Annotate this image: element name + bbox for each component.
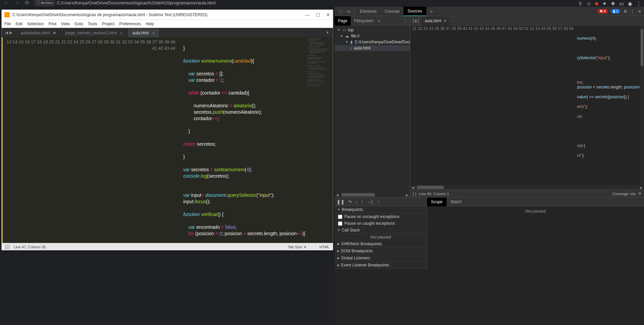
gear-icon[interactable]: ⚙ (624, 9, 627, 14)
star-icon[interactable]: ☆ (587, 1, 591, 7)
subtab-menu-icon[interactable]: ⋮ (400, 19, 410, 23)
subtab-filesystem[interactable]: Filesystem (351, 16, 377, 26)
devtools-close-icon[interactable]: ✕ (638, 9, 641, 14)
back-icon[interactable]: ← (3, 0, 9, 6)
close-icon[interactable]: × (152, 31, 155, 36)
code-content[interactable]: } function sortearnumero(cantidad){ var … (178, 37, 305, 243)
tab-sources[interactable]: Sources (403, 7, 426, 16)
dom-bp-header[interactable]: ▶DOM Breakpoints (335, 248, 427, 255)
svg-rect-23 (307, 81, 326, 81)
editor-tab[interactable]: juego_secreto_version2.html× (60, 29, 128, 37)
subtab-more-icon[interactable]: » (378, 19, 380, 23)
svg-rect-19 (307, 74, 323, 74)
scope-body: Not paused (427, 206, 644, 269)
menu-view[interactable]: View (61, 22, 70, 26)
menu-file[interactable]: File (4, 22, 11, 26)
line-gutter: 13 14 15 16 17 18 19 20 21 22 23 24 25 2… (2, 37, 178, 243)
svg-rect-8 (309, 51, 326, 52)
svg-rect-22 (307, 80, 319, 80)
menu-help[interactable]: Help (146, 22, 154, 26)
file-tree[interactable]: ▼▭top ▼☁file:// ▼▮C:/Users/Kenya/OneDriv… (335, 26, 410, 52)
menu-selection[interactable]: Selection (27, 22, 44, 26)
tree-scheme[interactable]: ▼☁file:// (335, 33, 410, 39)
minimize-icon[interactable]: — (305, 12, 310, 17)
pause-uncaught-checkbox[interactable]: Pause on uncaught exceptions (335, 213, 427, 220)
tree-top[interactable]: ▼▭top (335, 27, 410, 33)
xhr-bp-header[interactable]: ▶XHR/fetch Breakpoints (335, 241, 427, 248)
menu-icon[interactable]: ⋮ (636, 1, 641, 7)
subtab-page[interactable]: Page (335, 16, 351, 26)
watch-tab[interactable]: Watch (446, 197, 466, 206)
step-into-icon[interactable]: ↓ (355, 199, 358, 205)
pause-caught-checkbox[interactable]: Pause on caught exceptions (335, 220, 427, 227)
source-cursor-pos: Line 60, Column 1 (419, 192, 449, 196)
tab-more[interactable]: » (426, 7, 437, 16)
svg-rect-21 (309, 77, 324, 77)
step-over-icon[interactable]: ↷ (348, 199, 352, 205)
pause-icon[interactable]: ❚❚ (337, 199, 345, 205)
step-icon[interactable]: →| (367, 199, 373, 205)
event-bp-header[interactable]: ▶Event Listener Breakpoints (335, 262, 427, 269)
minimap[interactable] (305, 37, 333, 243)
menu-preferences[interactable]: Preferences (119, 22, 141, 26)
menu-goto[interactable]: Goto (75, 22, 83, 26)
close-icon[interactable]: × (120, 31, 123, 36)
menu-find[interactable]: Find (48, 22, 56, 26)
syntax-lang[interactable]: HTML (319, 245, 330, 249)
forward-icon[interactable]: → (14, 0, 19, 6)
breakpoints-header[interactable]: ▼Breakpoints (335, 206, 427, 213)
source-vscroll[interactable] (640, 26, 644, 185)
global-listeners-header[interactable]: ▶Global Listeners (335, 255, 427, 262)
editor-tab[interactable]: actividades.Html (16, 29, 60, 37)
pretty-print-icon[interactable]: {▮} (412, 19, 420, 23)
sublime-editor[interactable]: 13 14 15 16 17 18 19 20 21 22 23 24 25 2… (2, 37, 333, 243)
callstack-header[interactable]: ▼Call Stack (335, 227, 427, 234)
device-icon[interactable]: ▭ (345, 9, 353, 14)
menu-tools[interactable]: Tools (88, 22, 97, 26)
tab-size[interactable]: Tab Size: 4 (288, 245, 306, 249)
tree-file[interactable]: ▫aula.html (335, 45, 410, 51)
maximize-icon[interactable]: ☐ (316, 12, 320, 17)
share-icon[interactable]: ⇪ (578, 1, 583, 7)
coverage-reload-icon[interactable]: ⟳ (638, 191, 641, 196)
source-code[interactable]: 31 32 33 34 35 36 37 38 39 40 41 42 43 4… (410, 26, 644, 185)
svg-rect-0 (307, 39, 321, 39)
puzzle-icon[interactable]: ❖ (611, 1, 615, 7)
tab-elements[interactable]: Elements (356, 7, 381, 16)
tab-dropdown-icon[interactable]: ▼ (322, 30, 333, 35)
extension-icon[interactable]: ✦ (602, 1, 607, 7)
status-panel-icon[interactable] (5, 245, 10, 249)
error-badge[interactable]: ✖ 4 (598, 9, 608, 13)
pretty-print-indicator[interactable]: { } (413, 192, 416, 196)
window-icon[interactable]: ▭ (619, 1, 624, 7)
notification-icon[interactable] (595, 2, 598, 5)
kebab-icon[interactable]: ⋮ (631, 9, 635, 14)
sublime-titlebar[interactable]: C:\Users\Kenya\OneDrive\Documentos\logic… (2, 10, 333, 20)
tab-console[interactable]: Console (381, 7, 403, 16)
source-tab-aula[interactable]: aula.html× (422, 16, 450, 26)
tab-next-icon[interactable]: ▶ (9, 30, 12, 35)
avatar-icon[interactable]: ◉ (628, 1, 632, 7)
source-hscroll[interactable]: ◀▶ (410, 185, 644, 190)
close-icon[interactable]: ✕ (326, 12, 330, 17)
nav-hscroll[interactable]: ◀▶ (335, 192, 410, 197)
reload-icon[interactable]: ⟳ (25, 0, 29, 6)
menu-project[interactable]: Project (102, 22, 115, 26)
url-text[interactable]: C:/Users/Kenya/OneDrive/Documentos/logic… (57, 0, 216, 5)
svg-rect-14 (307, 63, 316, 63)
menu-edit[interactable]: Edit (15, 22, 23, 26)
step-out-icon[interactable]: ↑ (361, 199, 363, 205)
deactivate-bp-icon[interactable]: ⟋ (376, 199, 381, 205)
source-content[interactable]: numero(4); rySelector("input"); lse; pos… (575, 26, 644, 185)
coverage[interactable]: Coverage: n/a (612, 192, 636, 196)
nav-controls: ← → ⟳ (3, 0, 29, 6)
callstack-body: Not paused (335, 234, 427, 241)
editor-tab[interactable]: aula.html× (128, 29, 160, 37)
close-icon[interactable]: × (444, 19, 446, 23)
tab-prev-icon[interactable]: ◀ (5, 30, 8, 35)
info-badge[interactable]: ▮ 1 (611, 9, 620, 13)
scope-tab[interactable]: Scope (427, 197, 446, 206)
tree-folder[interactable]: ▼▮C:/Users/Kenya/OneDrive/Docu (335, 39, 410, 45)
inspect-icon[interactable]: ⬚ (337, 9, 345, 14)
svg-rect-11 (307, 58, 322, 58)
